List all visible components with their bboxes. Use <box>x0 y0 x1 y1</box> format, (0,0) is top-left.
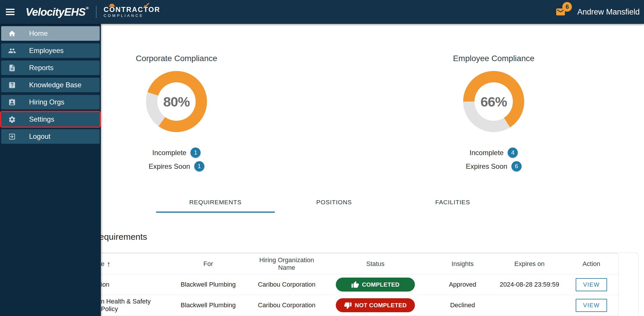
checkmark-icon: ✓ <box>143 1 151 9</box>
velocityehs-logo: VelocityEHS® <box>26 6 88 18</box>
org-cell: Caribou Corporation <box>253 301 320 309</box>
settings-gear-icon <box>8 116 16 123</box>
status-label: NOT COMPLETED <box>355 302 407 309</box>
product-name-line2: COMPLIANCE <box>104 13 160 18</box>
insights-cell: Approved <box>431 281 495 288</box>
sidebar-item-logout[interactable]: Logout <box>1 129 100 144</box>
chart-legend: Incomplete 4 Expires Soon 6 <box>433 148 555 171</box>
column-header-action: Action <box>564 260 618 268</box>
chart-title: Employee Compliance <box>433 54 555 63</box>
knowledge-base-icon <box>8 81 16 89</box>
status-cell: NOT COMPLETED <box>320 298 431 312</box>
donut-chart: 66% <box>463 71 524 132</box>
user-menu[interactable]: Andrew Mansfield <box>577 8 640 17</box>
action-cell: VIEW <box>564 299 618 312</box>
sidebar-item-label: Hiring Orgs <box>29 98 64 106</box>
sidebar-item-settings[interactable]: Settings <box>1 112 100 127</box>
notifications-button[interactable]: 6 <box>554 7 567 17</box>
expires-soon-count-badge: 1 <box>194 161 204 171</box>
column-header-for[interactable]: For <box>163 260 253 268</box>
corporate-compliance-chart: Corporate Compliance 80% Incomplete 1 Ex… <box>115 54 238 175</box>
table-header-row: e ↑ For Hiring Organization Name Status … <box>29 254 618 274</box>
notification-count-badge: 6 <box>562 2 572 12</box>
top-app-bar: VelocityEHS® CONTRACTOR ✓ COMPLIANCE 6 A… <box>0 0 644 24</box>
contractor-compliance-logo: CONTRACTOR ✓ COMPLIANCE <box>104 6 160 18</box>
donut-hole: 66% <box>474 82 513 121</box>
insights-cell: Declined <box>431 301 495 309</box>
sidebar-item-label: Logout <box>29 132 50 141</box>
sidebar-item-label: Reports <box>29 64 53 72</box>
tab-positions[interactable]: POSITIONS <box>275 191 393 213</box>
logout-icon <box>8 133 16 141</box>
status-badge: COMPLETED <box>336 278 415 292</box>
sidebar-item-label: Home <box>29 29 48 38</box>
registered-mark: ® <box>86 6 89 10</box>
requirements-card: e ↑ For Hiring Organization Name Status … <box>29 253 638 316</box>
view-button[interactable]: VIEW <box>576 278 607 291</box>
incomplete-count-badge: 4 <box>508 148 518 158</box>
column-header-status[interactable]: Status <box>320 260 431 268</box>
for-cell: Blackwell Plumbing <box>163 301 253 309</box>
sidebar-item-home[interactable]: Home <box>1 26 100 41</box>
column-header-insights[interactable]: Insights <box>431 260 495 268</box>
status-cell: COMPLETED <box>320 278 431 292</box>
brand-text: VelocityEHS <box>26 6 85 18</box>
column-header-expires[interactable]: Expires on <box>495 260 564 268</box>
sidebar-item-knowledge-base[interactable]: Knowledge Base <box>1 78 100 92</box>
hamburger-menu-icon[interactable] <box>6 9 15 15</box>
sidebar-item-reports[interactable]: Reports <box>1 61 100 75</box>
sort-ascending-icon[interactable]: ↑ <box>107 260 110 269</box>
expires-soon-label: Expires Soon <box>149 162 190 171</box>
expires-soon-count-badge: 6 <box>511 161 522 171</box>
thumbs-down-icon <box>344 301 352 309</box>
tab-label: REQUIREMENTS <box>189 199 242 206</box>
column-header-name-label: e <box>101 260 104 268</box>
table-row: n Health & Safety Policy Blackwell Plumb… <box>29 295 618 316</box>
incomplete-label: Incomplete <box>470 149 504 157</box>
donut-chart: 80% <box>146 71 207 132</box>
table-row: ion Blackwell Plumbing Caribou Corporati… <box>29 274 618 295</box>
org-cell: Caribou Corporation <box>253 281 320 288</box>
hardhat-icon <box>110 4 114 6</box>
incomplete-label: Incomplete <box>152 149 186 157</box>
product-name-line1: CONTRACTOR ✓ <box>104 6 160 13</box>
expires-cell: 2024-08-28 23:59:59 <box>495 281 564 288</box>
tab-label: POSITIONS <box>316 199 352 206</box>
navigation-sidebar: Home Employees Reports Knowledge Base Hi… <box>0 24 101 316</box>
requirements-table: e ↑ For Hiring Organization Name Status … <box>29 253 619 316</box>
tab-label: FACILITIES <box>435 199 470 206</box>
incomplete-count-badge: 1 <box>190 148 201 158</box>
donut-hole: 80% <box>157 82 196 121</box>
topbar-right-group: 6 Andrew Mansfield <box>554 7 644 17</box>
expires-soon-row: Expires Soon 1 <box>115 161 238 171</box>
content-tabs: REQUIREMENTS POSITIONS FACILITIES <box>156 191 512 213</box>
requirements-section-heading: equirements <box>99 232 147 242</box>
active-tab-underline <box>156 212 275 213</box>
thumbs-up-icon <box>351 281 359 289</box>
view-button[interactable]: VIEW <box>576 299 607 312</box>
column-header-org[interactable]: Hiring Organization Name <box>253 256 320 271</box>
incomplete-row: Incomplete 1 <box>115 148 238 158</box>
action-cell: VIEW <box>564 278 618 291</box>
employee-compliance-chart: Employee Compliance 66% Incomplete 4 Exp… <box>433 54 555 175</box>
reports-icon <box>8 64 16 72</box>
sidebar-item-hiring-orgs[interactable]: Hiring Orgs <box>1 95 100 109</box>
donut-percent-label: 80% <box>163 94 190 110</box>
sidebar-item-label: Knowledge Base <box>29 81 81 89</box>
expires-soon-row: Expires Soon 6 <box>433 161 555 171</box>
logo-divider <box>96 6 97 18</box>
tab-facilities[interactable]: FACILITIES <box>393 191 512 213</box>
donut-percent-label: 66% <box>480 94 507 110</box>
home-icon <box>8 30 16 38</box>
status-label: COMPLETED <box>362 281 399 288</box>
sidebar-item-label: Employees <box>29 47 64 55</box>
sidebar-item-employees[interactable]: Employees <box>1 43 100 58</box>
chart-legend: Incomplete 1 Expires Soon 1 <box>115 148 238 171</box>
tab-requirements[interactable]: REQUIREMENTS <box>156 191 275 213</box>
status-badge: NOT COMPLETED <box>336 298 415 312</box>
for-cell: Blackwell Plumbing <box>163 281 253 288</box>
incomplete-row: Incomplete 4 <box>433 148 555 158</box>
chart-title: Corporate Compliance <box>115 54 238 63</box>
sidebar-item-label: Settings <box>29 115 54 123</box>
employees-icon <box>8 47 16 55</box>
